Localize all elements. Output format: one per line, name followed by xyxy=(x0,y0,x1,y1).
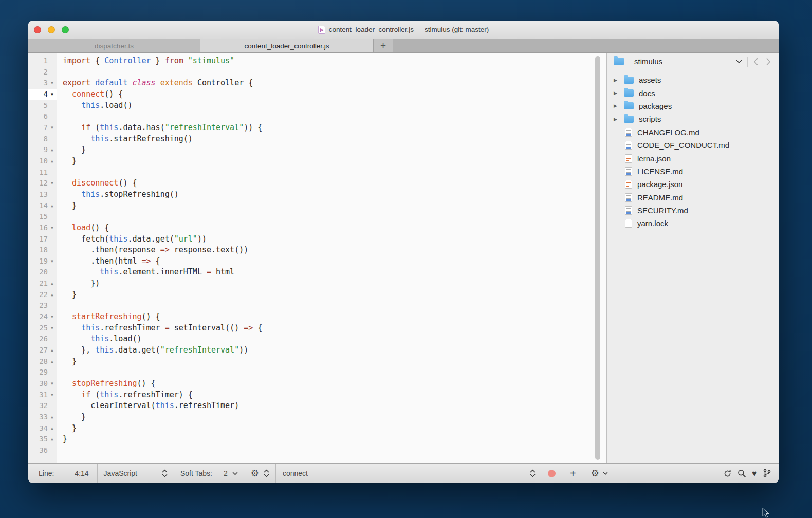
code-line-12[interactable]: disconnect() { xyxy=(63,178,606,189)
code-line-22[interactable]: } xyxy=(63,289,606,301)
fold-down-icon[interactable]: ▼ xyxy=(48,323,57,334)
gutter-line-28[interactable]: 28▲ xyxy=(28,356,57,367)
tree-item-packages[interactable]: ▶packages xyxy=(607,100,779,113)
fold-up-icon[interactable]: ▲ xyxy=(48,423,57,434)
code-line-8[interactable]: this.startRefreshing() xyxy=(63,134,606,145)
fold-up-icon[interactable]: ▲ xyxy=(48,156,57,167)
code-line-16[interactable]: load() { xyxy=(63,223,606,234)
gutter-line-31[interactable]: 31▼ xyxy=(28,390,57,401)
gear-stepper-icon[interactable] xyxy=(264,469,269,477)
code-editor[interactable]: 123▼4▼567▼89▲10▲1112▼1314▲1516▼171819▼20… xyxy=(28,53,606,463)
refresh-icon[interactable] xyxy=(723,469,732,478)
fold-down-icon[interactable]: ▼ xyxy=(48,390,57,401)
code-line-27[interactable]: }, this.data.get("refreshInterval")) xyxy=(63,345,606,356)
gutter-line-30[interactable]: 30▼ xyxy=(28,378,57,390)
code-line-19[interactable]: .then(html => { xyxy=(63,256,606,267)
code-line-33[interactable]: } xyxy=(63,412,606,423)
tree-item-license-md[interactable]: LICENSE.md xyxy=(607,165,779,178)
title-bar[interactable]: js content_loader_controller.js — stimul… xyxy=(28,21,779,39)
search-icon[interactable] xyxy=(737,469,746,478)
code-line-26[interactable]: this.load() xyxy=(63,334,606,345)
code-line-7[interactable]: if (this.data.has("refreshInterval")) { xyxy=(63,122,606,134)
tab-content-loader-controller[interactable]: content_loader_controller.js xyxy=(200,39,374,52)
disclosure-triangle-icon[interactable]: ▶ xyxy=(614,78,624,83)
chevron-down-icon[interactable] xyxy=(736,60,742,64)
gutter-line-10[interactable]: 10▲ xyxy=(28,156,57,167)
minimize-window-button[interactable] xyxy=(48,26,55,33)
gutter-line-32[interactable]: 32 xyxy=(28,400,57,412)
code-line-5[interactable]: this.load() xyxy=(63,100,606,112)
gutter-line-24[interactable]: 24▼ xyxy=(28,311,57,323)
fold-down-icon[interactable]: ▼ xyxy=(48,311,57,323)
gutter-line-11[interactable]: 11 xyxy=(28,167,57,178)
fold-up-icon[interactable]: ▲ xyxy=(48,144,57,156)
tree-item-assets[interactable]: ▶assets xyxy=(607,73,779,86)
code-line-9[interactable]: } xyxy=(63,144,606,156)
tree-item-yarn-lock[interactable]: yarn.lock xyxy=(607,217,779,230)
gutter-line-36[interactable]: 36 xyxy=(28,445,57,456)
code-line-17[interactable]: fetch(this.data.get("url")) xyxy=(63,234,606,245)
code-line-10[interactable]: } xyxy=(63,156,606,167)
forward-arrow-icon[interactable] xyxy=(766,58,771,66)
disclosure-triangle-icon[interactable]: ▶ xyxy=(614,117,624,122)
gutter-line-7[interactable]: 7▼ xyxy=(28,122,57,134)
fold-down-icon[interactable]: ▼ xyxy=(48,256,57,267)
gutter-line-20[interactable]: 20 xyxy=(28,267,57,278)
language-selector[interactable]: JavaScript xyxy=(104,469,137,477)
gutter-line-9[interactable]: 9▲ xyxy=(28,144,57,156)
fold-up-icon[interactable]: ▲ xyxy=(48,200,57,212)
gutter-line-17[interactable]: 17 xyxy=(28,234,57,245)
gutter-line-8[interactable]: 8 xyxy=(28,134,57,145)
tree-item-code-of-conduct-md[interactable]: CODE_OF_CONDUCT.md xyxy=(607,139,779,152)
fold-up-icon[interactable]: ▲ xyxy=(48,434,57,445)
fold-down-icon[interactable]: ▼ xyxy=(48,223,57,234)
tree-item-security-md[interactable]: SECURITY.md xyxy=(607,204,779,217)
gutter-line-27[interactable]: 27▲ xyxy=(28,345,57,356)
gutter-line-18[interactable]: 18 xyxy=(28,245,57,256)
tree-item-lerna-json[interactable]: lerna.json xyxy=(607,152,779,164)
code-line-23[interactable] xyxy=(63,300,606,311)
fold-down-icon[interactable]: ▼ xyxy=(48,89,57,100)
code-line-28[interactable]: } xyxy=(63,356,606,367)
cursor-position[interactable]: 4:14 xyxy=(75,469,88,477)
code-line-6[interactable] xyxy=(63,111,606,122)
fold-down-icon[interactable]: ▼ xyxy=(48,178,57,189)
gutter-line-1[interactable]: 1 xyxy=(28,55,57,67)
gutter-line-29[interactable]: 29 xyxy=(28,367,57,378)
code-line-1[interactable]: import { Controller } from "stimulus" xyxy=(63,55,606,67)
fold-up-icon[interactable]: ▲ xyxy=(48,345,57,356)
gutter-line-26[interactable]: 26 xyxy=(28,334,57,345)
code-line-15[interactable] xyxy=(63,211,606,223)
code-line-32[interactable]: clearInterval(this.refreshTimer) xyxy=(63,400,606,412)
gutter-line-14[interactable]: 14▲ xyxy=(28,200,57,212)
code-line-3[interactable]: export default class extends Controller … xyxy=(63,78,606,89)
gutter-line-6[interactable]: 6 xyxy=(28,111,57,122)
language-stepper-icon[interactable] xyxy=(162,469,168,477)
fold-down-icon[interactable]: ▼ xyxy=(48,122,57,134)
tree-item-package-json[interactable]: package.json xyxy=(607,178,779,191)
disclosure-triangle-icon[interactable]: ▶ xyxy=(614,103,624,108)
gutter-line-35[interactable]: 35▲ xyxy=(28,434,57,445)
tab-dispatcher[interactable]: dispatcher.ts xyxy=(28,39,200,52)
gutter-line-25[interactable]: 25▼ xyxy=(28,323,57,334)
fold-up-icon[interactable]: ▲ xyxy=(48,412,57,423)
code-line-30[interactable]: stopRefreshing() { xyxy=(63,378,606,390)
code-line-36[interactable] xyxy=(63,445,606,456)
code-line-20[interactable]: this.element.innerHTML = html xyxy=(63,267,606,278)
gutter-line-22[interactable]: 22▲ xyxy=(28,289,57,301)
code-line-21[interactable]: }) xyxy=(63,278,606,289)
chevron-down-icon[interactable] xyxy=(603,472,608,475)
gutter-line-21[interactable]: 21▲ xyxy=(28,278,57,289)
chevron-down-icon[interactable] xyxy=(232,472,238,475)
tree-item-readme-md[interactable]: README.md xyxy=(607,191,779,204)
tree-item-scripts[interactable]: ▶scripts xyxy=(607,113,779,125)
gutter-line-3[interactable]: 3▼ xyxy=(28,78,57,89)
code-line-11[interactable] xyxy=(63,167,606,178)
code-line-29[interactable] xyxy=(63,367,606,378)
gutter-line-16[interactable]: 16▼ xyxy=(28,223,57,234)
code-line-35[interactable]: } xyxy=(63,434,606,445)
soft-tabs-value[interactable]: 2 xyxy=(224,469,228,477)
fold-down-icon[interactable]: ▼ xyxy=(48,378,57,390)
fold-up-icon[interactable]: ▲ xyxy=(48,356,57,367)
gutter-line-23[interactable]: 23 xyxy=(28,300,57,311)
